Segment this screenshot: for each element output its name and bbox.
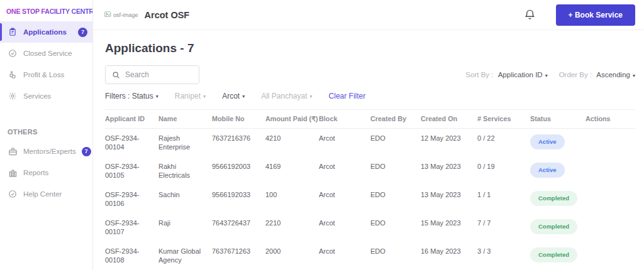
app-window: ONE STOP FACILITY CENTRE Applications 7 … — [0, 0, 644, 270]
column-header: Created On — [421, 115, 477, 123]
sidebar-item-label: Mentors/Experts — [23, 148, 76, 155]
status-badge: Completed — [530, 191, 577, 206]
sidebar-item-label: Help Center — [23, 190, 62, 198]
column-header: Actions — [586, 115, 635, 123]
sidebar-item-label: Closed Service — [23, 50, 72, 57]
chevron-down-icon: ▾ — [203, 94, 206, 99]
applications-heading: Applications - 7 — [105, 41, 635, 55]
applications-count-badge: 7 — [78, 28, 87, 37]
sidebar-section-others: OTHERS — [0, 123, 92, 141]
main-area: osf-image Arcot OSF + Book Service Appli… — [93, 0, 644, 270]
sort-controls: Sort By : Application ID▾ Order By : Asc… — [465, 71, 635, 78]
sidebar-item-label: Services — [23, 92, 51, 100]
check-circle-icon — [8, 48, 18, 58]
broken-image-icon: osf-image — [104, 11, 138, 18]
column-header: # Services — [477, 115, 530, 123]
table-row: OSF-2934-00105 Rakhi Electricals 9566192… — [105, 157, 635, 185]
content-area: Applications - 7 Sort By : Application I… — [93, 30, 644, 270]
table-row: OSF-2934-00106 Sachin 9566192033 100 Arc… — [105, 185, 635, 213]
column-header: Created By — [370, 115, 421, 123]
panchayat-filter-dropdown[interactable]: All Panchayat▾ — [261, 92, 312, 100]
applications-table: Applicant ID Name Mobile No Amount Paid … — [105, 109, 635, 270]
table-row: OSF-2934-00104 Rajesh Enterprise 7637216… — [105, 129, 635, 157]
sidebar-item-label: Applications — [23, 28, 67, 36]
filters-label: Filters : — [105, 92, 130, 100]
order-by-label: Order By : — [559, 71, 592, 78]
profit-loss-icon — [8, 70, 18, 80]
column-header: Block — [319, 115, 370, 123]
column-header: Name — [158, 115, 212, 123]
block-filter-dropdown[interactable]: Arcot▾ — [222, 92, 245, 100]
filters-row: Filters : Status▾ Ranipet▾ Arcot▾ All Pa… — [105, 92, 635, 100]
sort-by-dropdown[interactable]: Application ID — [498, 71, 543, 78]
clipboard-icon — [8, 27, 18, 37]
sidebar-item-applications[interactable]: Applications 7 — [0, 21, 92, 43]
chevron-down-icon: ▾ — [545, 73, 548, 78]
search-icon — [112, 71, 120, 79]
search-box[interactable] — [105, 65, 199, 84]
page-title: Arcot OSF — [145, 10, 190, 20]
district-filter-dropdown[interactable]: Ranipet▾ — [175, 92, 206, 100]
sidebar-item-closed-service[interactable]: Closed Service — [0, 43, 92, 64]
search-input[interactable] — [125, 70, 192, 79]
clear-filter-link[interactable]: Clear Filter — [329, 92, 366, 100]
order-by-dropdown[interactable]: Ascending — [596, 71, 630, 78]
status-filter-dropdown[interactable]: Filters : Status▾ — [105, 92, 158, 100]
chevron-down-icon: ▾ — [633, 73, 635, 78]
logo-alt-text: osf-image — [113, 12, 138, 18]
sort-by-label: Sort By : — [465, 71, 493, 78]
column-header: Status — [530, 115, 586, 123]
sidebar-item-services[interactable]: Services — [0, 85, 92, 107]
help-circle-icon — [8, 189, 18, 199]
brand-title: ONE STOP FACILITY CENTRE — [0, 5, 92, 21]
status-badge: Completed — [530, 219, 577, 234]
briefcase-icon — [8, 146, 18, 156]
sidebar-item-reports[interactable]: Reports — [0, 162, 92, 183]
column-header: Amount Paid (₹) — [265, 115, 319, 123]
status-badge: Active — [530, 134, 565, 149]
sidebar-item-mentors-experts[interactable]: Mentors/Experts 7 — [0, 141, 92, 162]
sidebar: ONE STOP FACILITY CENTRE Applications 7 … — [0, 0, 93, 270]
table-row: OSF-2934-00107 Raji 7643726437 2210 Arco… — [105, 213, 635, 242]
chevron-down-icon: ▾ — [242, 94, 245, 99]
top-header-bar: osf-image Arcot OSF + Book Service — [93, 0, 644, 30]
table-row: OSF-2934-00108 Kumar Global Agency 76376… — [105, 242, 635, 270]
column-header: Applicant ID — [105, 115, 158, 123]
gear-icon — [8, 91, 18, 101]
sidebar-item-label: Reports — [23, 169, 48, 176]
status-badge: Completed — [530, 247, 577, 262]
book-service-button[interactable]: + Book Service — [556, 4, 635, 26]
column-header: Mobile No — [212, 115, 265, 123]
sidebar-item-profit-loss[interactable]: Profit & Loss — [0, 64, 92, 85]
mentors-count-badge: 7 — [82, 147, 91, 156]
chevron-down-icon: ▾ — [156, 94, 158, 99]
bar-chart-icon — [8, 168, 18, 178]
chevron-down-icon: ▾ — [310, 94, 313, 99]
table-header-row: Applicant ID Name Mobile No Amount Paid … — [105, 109, 635, 129]
sidebar-item-help-center[interactable]: Help Center — [0, 183, 92, 205]
notification-bell-icon[interactable] — [524, 9, 536, 21]
sidebar-item-label: Profit & Loss — [23, 71, 64, 78]
status-badge: Active — [530, 163, 565, 178]
